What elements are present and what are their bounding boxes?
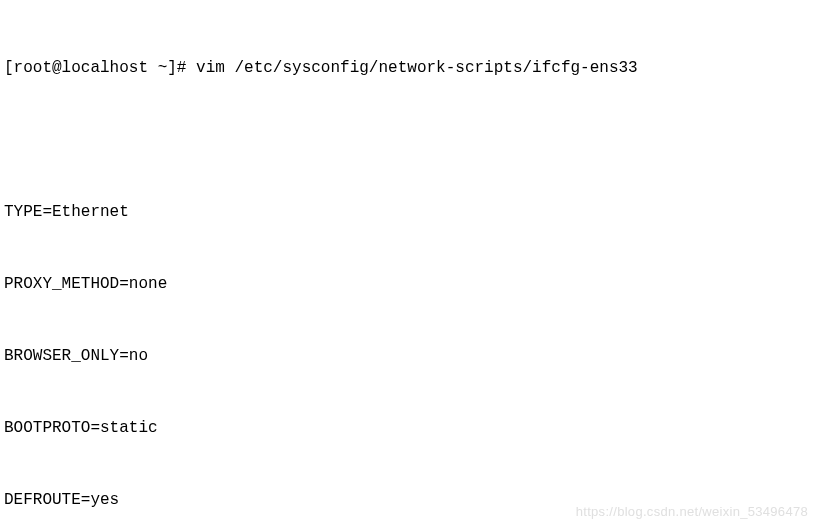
shell-prompt: [root@localhost ~]#	[4, 59, 186, 77]
file-contents: TYPE=Ethernet PROXY_METHOD=none BROWSER_…	[4, 152, 814, 527]
config-line: BOOTPROTO=static	[4, 416, 814, 440]
config-line: TYPE=Ethernet	[4, 200, 814, 224]
config-line: PROXY_METHOD=none	[4, 272, 814, 296]
shell-prompt-line: [root@localhost ~]# vim /etc/sysconfig/n…	[4, 56, 814, 80]
shell-command: vim /etc/sysconfig/network-scripts/ifcfg…	[186, 59, 637, 77]
config-line: BROWSER_ONLY=no	[4, 344, 814, 368]
watermark-text: https://blog.csdn.net/weixin_53496478	[576, 502, 808, 522]
terminal-output[interactable]: [root@localhost ~]# vim /etc/sysconfig/n…	[4, 8, 814, 527]
